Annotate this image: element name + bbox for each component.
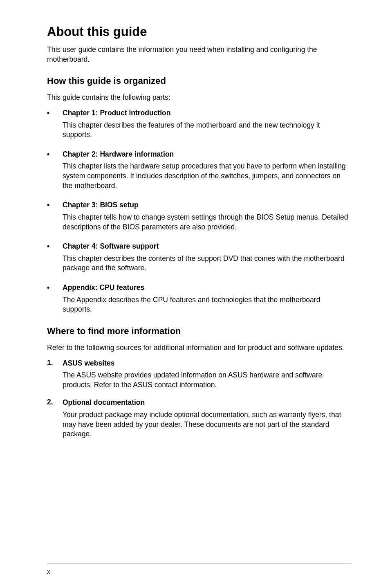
numbered-heading: Optional documentation (63, 398, 351, 408)
bullet-body: This chapter lists the hardware setup pr… (63, 162, 351, 191)
numbered-content: Optional documentation Your product pack… (63, 398, 351, 445)
bullet-chapter-2: • Chapter 2: Hardware information This c… (47, 150, 351, 197)
bullet-body: The Appendix describes the CPU features … (63, 295, 351, 314)
bullet-content: Chapter 2: Hardware information This cha… (63, 150, 351, 197)
bullet-body: This chapter describes the features of t… (63, 121, 351, 140)
bullet-content: Chapter 3: BIOS setup This chapter tells… (63, 200, 351, 238)
bullet-body: This chapter describes the contents of t… (63, 254, 351, 273)
numbered-marker: 2. (47, 398, 63, 445)
section-heading-organization: How this guide is organized (47, 76, 351, 86)
section-heading-more-info: Where to find more information (47, 326, 351, 337)
bullet-heading: Chapter 3: BIOS setup (63, 200, 351, 210)
numbered-marker: 1. (47, 359, 63, 396)
bullet-chapter-3: • Chapter 3: BIOS setup This chapter tel… (47, 200, 351, 238)
bullet-heading: Chapter 2: Hardware information (63, 150, 351, 159)
bullet-heading: Chapter 1: Product introduction (63, 108, 351, 118)
bullet-marker: • (47, 108, 63, 146)
bullet-appendix: • Appendix: CPU features The Appendix de… (47, 283, 351, 321)
bullet-chapter-4: • Chapter 4: Software support This chapt… (47, 242, 351, 280)
intro-paragraph: This user guide contains the information… (47, 45, 351, 64)
numbered-heading: ASUS websites (63, 359, 351, 368)
numbered-body: The ASUS website provides updated inform… (63, 370, 351, 390)
page-number: x (47, 568, 50, 575)
numbered-body: Your product package may include optiona… (63, 410, 351, 439)
bullet-heading: Chapter 4: Software support (63, 242, 351, 251)
footer-divider (47, 563, 351, 563)
bullet-content: Chapter 4: Software support This chapter… (63, 242, 351, 280)
bullet-marker: • (47, 150, 63, 197)
numbered-content: ASUS websites The ASUS website provides … (63, 359, 351, 396)
bullet-marker: • (47, 283, 63, 321)
bullet-chapter-1: • Chapter 1: Product introduction This c… (47, 108, 351, 146)
bullet-content: Appendix: CPU features The Appendix desc… (63, 283, 351, 321)
section-intro-organization: This guide contains the following parts: (47, 93, 351, 103)
numbered-optional-docs: 2. Optional documentation Your product p… (47, 398, 351, 445)
bullet-heading: Appendix: CPU features (63, 283, 351, 293)
bullet-marker: • (47, 242, 63, 280)
bullet-content: Chapter 1: Product introduction This cha… (63, 108, 351, 146)
section-intro-more-info: Refer to the following sources for addit… (47, 343, 351, 353)
bullet-marker: • (47, 200, 63, 238)
bullet-body: This chapter tells how to change system … (63, 213, 351, 232)
numbered-asus-websites: 1. ASUS websites The ASUS website provid… (47, 359, 351, 396)
page-title: About this guide (47, 25, 351, 39)
